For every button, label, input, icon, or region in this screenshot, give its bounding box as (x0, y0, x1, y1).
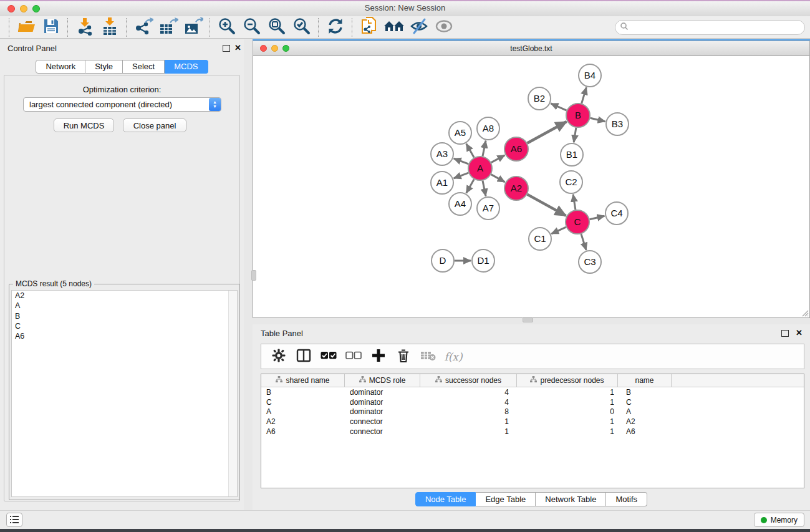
node-A6[interactable]: A6 (504, 137, 528, 161)
edge-A-A8[interactable] (483, 141, 486, 157)
edge-A-A6[interactable] (491, 155, 505, 163)
float-panel-icon[interactable] (781, 330, 789, 337)
tab-node-table[interactable]: Node Table (415, 492, 476, 506)
mcds-result-item[interactable]: A6 (12, 331, 237, 341)
edge-A-A1[interactable] (454, 173, 469, 178)
edge-A2-C[interactable] (528, 195, 566, 216)
edge-B-B1[interactable] (574, 128, 576, 142)
export-table-button[interactable] (156, 17, 181, 37)
float-panel-icon[interactable] (223, 45, 230, 52)
tab-style[interactable]: Style (85, 60, 123, 74)
table-row[interactable]: A6connector11A6 (261, 427, 804, 437)
delete-columns-button[interactable] (392, 346, 415, 367)
tab-select[interactable]: Select (123, 60, 165, 74)
node-A1[interactable]: A1 (431, 172, 453, 194)
node-D[interactable]: D (432, 249, 454, 272)
close-panel-icon[interactable]: ✕ (234, 43, 241, 52)
edge-A-A5[interactable] (466, 143, 474, 157)
mcds-result-item[interactable]: A2 (12, 291, 237, 301)
node-A7[interactable]: A7 (477, 197, 499, 220)
edge-C-C3[interactable] (581, 234, 586, 250)
node-C4[interactable]: C4 (605, 202, 628, 225)
edge-C-C1[interactable] (551, 227, 566, 234)
open-session-button[interactable] (14, 17, 39, 37)
mcds-result-item[interactable]: B (12, 311, 237, 321)
node-C2[interactable]: C2 (560, 171, 582, 193)
node-A5[interactable]: A5 (449, 122, 471, 144)
node-B4[interactable]: B4 (579, 64, 601, 87)
edge-A-A2[interactable] (491, 175, 505, 182)
edge-C-C2[interactable] (573, 195, 576, 210)
network-canvas[interactable]: B4B2BB3B1A5A8A3A6AA1A2C2A4A7CC4C1C3DD1 (253, 56, 810, 318)
search-input[interactable] (629, 22, 804, 32)
column-header-predecessor-nodes[interactable]: predecessor nodes (517, 374, 618, 387)
table-row[interactable]: Bdominator41B (261, 387, 804, 397)
new-network-from-selection-button[interactable] (357, 17, 382, 37)
run-mcds-button[interactable]: Run MCDS (54, 118, 114, 132)
first-neighbors-button[interactable] (382, 17, 407, 37)
node-A8[interactable]: A8 (477, 117, 499, 140)
edge-C-C4[interactable] (590, 216, 605, 219)
table-row[interactable]: A2connector11A2 (261, 417, 804, 427)
node-B2[interactable]: B2 (528, 87, 551, 110)
show-task-history-button[interactable] (6, 513, 22, 527)
tab-network[interactable]: Network (36, 60, 85, 74)
node-A2[interactable]: A2 (504, 177, 528, 200)
node-B[interactable]: B (566, 104, 590, 127)
node-C1[interactable]: C1 (529, 228, 551, 250)
tab-mcds[interactable]: MCDS (165, 60, 208, 74)
node-A[interactable]: A (468, 157, 492, 180)
panel-divider-handle[interactable] (523, 317, 533, 322)
export-image-button[interactable] (181, 17, 206, 37)
show-graphics-details-button[interactable] (432, 17, 456, 37)
import-network-button[interactable] (72, 17, 97, 37)
node-A4[interactable]: A4 (449, 193, 471, 215)
node-C[interactable]: C (566, 210, 589, 234)
column-header-shared-name[interactable]: shared name (261, 374, 345, 387)
edge-A6-B[interactable] (528, 122, 567, 143)
edge-A-A3[interactable] (454, 158, 469, 164)
zoom-in-button[interactable] (215, 17, 239, 37)
hide-graphics-details-button[interactable] (407, 17, 432, 37)
mcds-result-item[interactable]: A (12, 301, 237, 311)
table-row[interactable]: Adominator80A (261, 407, 804, 417)
import-table-button[interactable] (97, 17, 122, 37)
edge-B-B4[interactable] (582, 87, 587, 104)
memory-button[interactable]: Memory (754, 513, 804, 527)
edge-A-A7[interactable] (483, 181, 486, 196)
select-all-rows-button[interactable] (317, 346, 340, 367)
column-header-name[interactable]: name (618, 374, 672, 387)
save-session-button[interactable] (39, 17, 64, 37)
network-window-titlebar[interactable]: testGlobe.txt (253, 41, 810, 56)
edge-A-A4[interactable] (466, 179, 474, 193)
table-row[interactable]: Cdominator41C (261, 397, 804, 407)
column-header-MCDS-role[interactable]: MCDS role (345, 374, 420, 387)
search-field[interactable] (615, 20, 805, 35)
edge-B-B2[interactable] (551, 104, 566, 110)
node-B1[interactable]: B1 (561, 143, 583, 166)
zoom-fit-button[interactable] (264, 17, 289, 37)
deselect-all-rows-button[interactable] (342, 346, 365, 367)
window-resize-grip[interactable] (800, 308, 809, 317)
criterion-dropdown[interactable]: largest connected component (directed) ▲… (23, 97, 221, 112)
node-A3[interactable]: A3 (431, 143, 453, 165)
mcds-result-item[interactable]: C (12, 321, 237, 331)
node-C3[interactable]: C3 (579, 251, 601, 273)
zoom-out-button[interactable] (239, 17, 264, 37)
show-column-panel-button[interactable] (292, 346, 315, 367)
node-B3[interactable]: B3 (606, 113, 629, 135)
close-panel-button[interactable]: Close panel (123, 118, 186, 132)
result-list-scrollbar[interactable] (228, 291, 237, 496)
mcds-result-list[interactable]: A2ABCA6 (11, 290, 238, 497)
close-panel-icon[interactable]: ✕ (796, 328, 803, 337)
zoom-selected-button[interactable] (289, 17, 314, 37)
node-D1[interactable]: D1 (472, 249, 494, 272)
tab-network-table[interactable]: Network Table (536, 492, 606, 506)
column-header-successor-nodes[interactable]: successor nodes (420, 374, 517, 387)
table-settings-button[interactable] (268, 346, 290, 367)
tab-edge-table[interactable]: Edge Table (476, 492, 536, 506)
export-network-button[interactable] (131, 17, 156, 37)
tab-motifs[interactable]: Motifs (606, 492, 647, 506)
refresh-button[interactable] (323, 17, 348, 37)
panel-divider-handle[interactable] (251, 270, 256, 281)
